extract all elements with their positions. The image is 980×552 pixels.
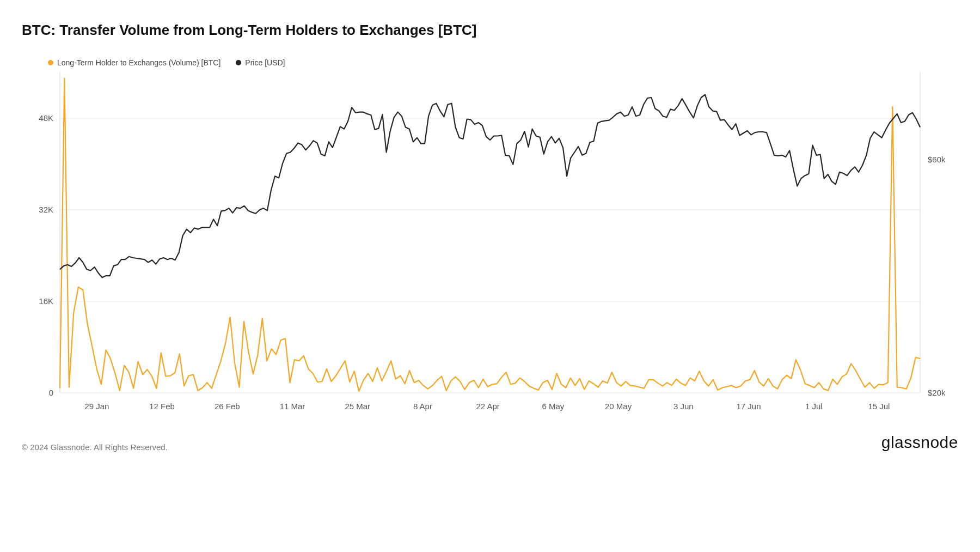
svg-text:1 Jul: 1 Jul bbox=[805, 402, 823, 411]
copyright: © 2024 Glassnode. All Rights Reserved. bbox=[22, 442, 168, 452]
svg-text:8 Apr: 8 Apr bbox=[413, 402, 432, 411]
footer: © 2024 Glassnode. All Rights Reserved. g… bbox=[22, 433, 958, 452]
legend-dot-volume bbox=[48, 60, 53, 65]
svg-text:$20k: $20k bbox=[928, 388, 946, 397]
svg-text:32K: 32K bbox=[39, 205, 53, 214]
svg-text:20 May: 20 May bbox=[605, 402, 632, 411]
svg-text:25 Mar: 25 Mar bbox=[345, 402, 370, 411]
svg-text:11 Mar: 11 Mar bbox=[280, 402, 305, 411]
plot-area: 016K32K48K$20k$60k29 Jan12 Feb26 Feb11 M… bbox=[22, 69, 958, 418]
svg-text:0: 0 bbox=[49, 388, 53, 397]
svg-text:29 Jan: 29 Jan bbox=[84, 402, 109, 411]
svg-text:17 Jun: 17 Jun bbox=[736, 402, 761, 411]
legend-label-price: Price [USD] bbox=[245, 58, 285, 67]
svg-text:16K: 16K bbox=[39, 296, 53, 306]
svg-text:12 Feb: 12 Feb bbox=[149, 402, 175, 411]
legend-item-volume: Long-Term Holder to Exchanges (Volume) [… bbox=[48, 58, 220, 67]
legend-label-volume: Long-Term Holder to Exchanges (Volume) [… bbox=[57, 58, 220, 67]
chart-container: BTC: Transfer Volume from Long-Term Hold… bbox=[22, 22, 958, 452]
svg-text:15 Jul: 15 Jul bbox=[868, 402, 890, 411]
legend-item-price: Price [USD] bbox=[236, 58, 285, 67]
chart-title: BTC: Transfer Volume from Long-Term Hold… bbox=[22, 22, 958, 39]
legend-dot-price bbox=[236, 60, 241, 65]
legend: Long-Term Holder to Exchanges (Volume) [… bbox=[22, 58, 958, 67]
svg-text:48K: 48K bbox=[39, 113, 53, 123]
brand-logo: glassnode bbox=[881, 433, 958, 452]
chart-svg: 016K32K48K$20k$60k29 Jan12 Feb26 Feb11 M… bbox=[22, 69, 958, 418]
svg-text:6 May: 6 May bbox=[542, 402, 564, 411]
svg-text:26 Feb: 26 Feb bbox=[215, 402, 240, 411]
svg-text:22 Apr: 22 Apr bbox=[476, 402, 499, 411]
svg-text:3 Jun: 3 Jun bbox=[673, 402, 694, 411]
svg-text:$60k: $60k bbox=[928, 155, 946, 164]
